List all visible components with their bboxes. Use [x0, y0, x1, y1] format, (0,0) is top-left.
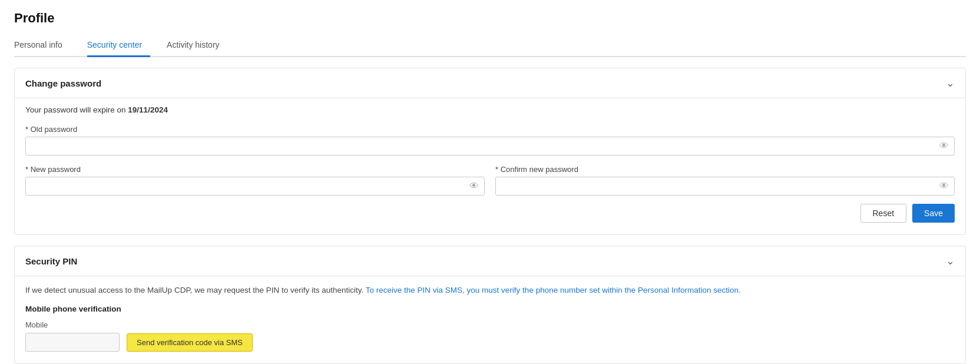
- security-pin-body: If we detect unusual access to the MailU…: [15, 276, 965, 363]
- old-password-group: * Old password 👁: [25, 125, 955, 155]
- mobile-row: Send verification code via SMS: [25, 333, 955, 352]
- send-sms-button[interactable]: Send verification code via SMS: [127, 333, 253, 352]
- tab-activity-history[interactable]: Activity history: [167, 35, 227, 57]
- tabs-bar: Personal info Security center Activity h…: [14, 35, 966, 57]
- mobile-input[interactable]: [25, 333, 120, 352]
- old-password-eye-icon[interactable]: 👁: [939, 141, 949, 151]
- security-pin-section: Security PIN ⌄ If we detect unusual acce…: [14, 246, 966, 364]
- confirm-password-col: * Confirm new password 👁: [495, 165, 955, 196]
- change-password-title: Change password: [25, 78, 101, 88]
- pin-description: If we detect unusual access to the MailU…: [25, 284, 955, 296]
- change-password-chevron-icon: ⌄: [946, 77, 955, 90]
- confirm-password-label: * Confirm new password: [495, 165, 955, 174]
- tab-security-center[interactable]: Security center: [87, 35, 150, 57]
- tab-personal-info[interactable]: Personal info: [14, 35, 71, 57]
- change-password-body: Your password will expire on 19/11/2024 …: [15, 98, 965, 234]
- change-password-section: Change password ⌄ Your password will exp…: [14, 68, 966, 235]
- old-password-input[interactable]: [25, 137, 955, 155]
- pin-description-link[interactable]: To receive the PIN via SMS, you must ver…: [366, 286, 741, 294]
- password-form-actions: Reset Save: [25, 204, 955, 223]
- confirm-password-input[interactable]: [495, 177, 955, 196]
- new-password-wrapper: 👁: [25, 177, 485, 196]
- confirm-password-eye-icon[interactable]: 👁: [939, 181, 949, 191]
- security-pin-title: Security PIN: [25, 256, 77, 266]
- old-password-label: * Old password: [25, 125, 955, 134]
- new-password-input[interactable]: [25, 177, 485, 196]
- mobile-label: Mobile: [25, 320, 955, 329]
- save-button[interactable]: Save: [912, 204, 955, 223]
- reset-button[interactable]: Reset: [860, 204, 907, 223]
- security-pin-chevron-icon: ⌄: [946, 254, 955, 267]
- confirm-password-wrapper: 👁: [495, 177, 955, 196]
- new-password-row: * New password 👁 * Confirm new password …: [25, 165, 955, 196]
- mobile-verification-title: Mobile phone verification: [25, 305, 955, 313]
- page-title: Profile: [14, 11, 966, 26]
- security-pin-header[interactable]: Security PIN ⌄: [15, 246, 965, 276]
- change-password-header[interactable]: Change password ⌄: [15, 68, 965, 98]
- new-password-col: * New password 👁: [25, 165, 485, 196]
- new-password-eye-icon[interactable]: 👁: [469, 181, 479, 191]
- password-expire-notice: Your password will expire on 19/11/2024: [25, 105, 955, 114]
- new-password-label: * New password: [25, 165, 485, 174]
- old-password-wrapper: 👁: [25, 137, 955, 155]
